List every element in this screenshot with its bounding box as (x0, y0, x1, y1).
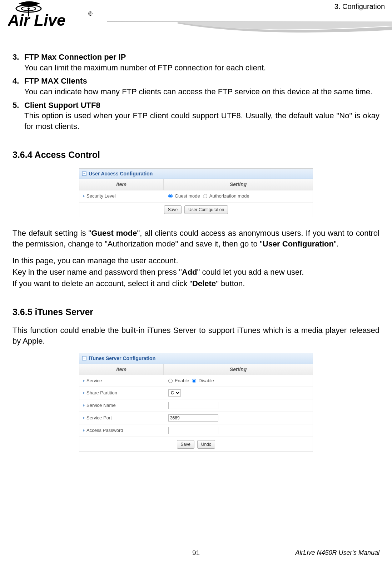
list-item-4: 4. FTP MAX Clients You can indicate how … (13, 76, 379, 97)
user-configuration-button[interactable]: User Configuration (184, 205, 228, 214)
page-footer: 91 AirLive N450R User's Manual (0, 549, 392, 557)
authorization-mode-label: Authorization mode (209, 193, 249, 199)
list-title: FTP MAX Clients (24, 76, 379, 86)
user-access-config-panel: – User Access Configuration Item Setting… (79, 168, 313, 218)
row-access-password: Access Password (79, 424, 313, 437)
triangle-icon (83, 195, 85, 198)
row-service: Service Enable Disable (79, 375, 313, 387)
page-number: 91 (192, 549, 200, 557)
triangle-icon (83, 417, 85, 419)
row-service-port: Service Port (79, 412, 313, 424)
access-control-line-3: If you want to delete an account, select… (13, 278, 379, 289)
page-content: 3. FTP Max Connection per IP You can lim… (0, 39, 392, 452)
panel-title: iTunes Server Configuration (89, 355, 155, 362)
panel-button-row: Save Undo (79, 437, 313, 452)
row-label: Share Partition (86, 390, 117, 396)
triangle-icon (83, 429, 85, 432)
collapse-icon: – (82, 356, 86, 360)
triangle-icon (83, 392, 85, 394)
access-control-line-2: Key in the user name and password then p… (13, 267, 379, 278)
undo-button[interactable]: Undo (197, 440, 215, 449)
triangle-icon (83, 379, 85, 382)
authorization-mode-radio[interactable] (203, 194, 207, 198)
service-port-input[interactable] (168, 414, 218, 422)
service-name-input[interactable] (168, 402, 218, 409)
header-swoosh (178, 22, 392, 38)
heading-365: 3.6.5 iTunes Server (13, 306, 379, 318)
guest-mode-radio[interactable] (168, 194, 173, 198)
row-label: Access Password (86, 427, 123, 434)
share-partition-select[interactable]: C (168, 389, 181, 397)
itunes-intro: This function could enable the built-in … (13, 325, 379, 346)
access-password-input[interactable] (168, 427, 218, 434)
list-number: 3. (13, 52, 24, 73)
list-item-3: 3. FTP Max Connection per IP You can lim… (13, 52, 379, 73)
list-description: You can indicate how many FTP clients ca… (24, 86, 379, 97)
col-item: Item (79, 364, 164, 375)
col-item: Item (79, 179, 164, 190)
manual-title: AirLive N450R User's Manual (295, 549, 379, 557)
list-title: Client Support UTF8 (24, 100, 379, 111)
section-label: 3. Configuration (334, 3, 385, 11)
list-number: 4. (13, 76, 24, 97)
page-header: 3. Configuration Air Live ® (0, 0, 392, 39)
row-service-name: Service Name (79, 399, 313, 412)
col-setting: Setting (164, 179, 313, 190)
svg-text:®: ® (88, 11, 93, 17)
list-item-5: 5. Client Support UTF8 This option is us… (13, 100, 379, 132)
row-label: Service Name (86, 402, 116, 409)
triangle-icon (83, 404, 85, 407)
row-security-level: Security Level Guest mode Authorization … (79, 190, 313, 202)
access-control-paragraph-1: The default setting is "Guest mode", all… (13, 228, 379, 249)
heading-364: 3.6.4 Access Control (13, 149, 379, 161)
row-label: Service Port (86, 415, 112, 421)
collapse-icon: – (82, 171, 86, 176)
list-number: 5. (13, 100, 24, 132)
panel-button-row: Save User Configuration (79, 202, 313, 217)
access-control-line-1: In this page, you can manage the user ac… (13, 255, 379, 266)
list-description: You can limit the maximum number of FTP … (24, 63, 379, 73)
list-description: This option is used when your FTP client… (24, 110, 379, 131)
guest-mode-label: Guest mode (175, 193, 200, 199)
panel-column-headers: Item Setting (79, 364, 313, 375)
save-button[interactable]: Save (177, 440, 194, 449)
disable-label: Disable (198, 378, 214, 384)
save-button[interactable]: Save (164, 205, 182, 214)
panel-header: – iTunes Server Configuration (79, 353, 313, 364)
col-setting: Setting (164, 364, 313, 375)
panel-header: – User Access Configuration (79, 169, 313, 179)
panel-title: User Access Configuration (89, 170, 153, 177)
row-label: Security Level (86, 193, 116, 199)
svg-point-3 (28, 8, 30, 10)
disable-radio[interactable] (192, 379, 196, 383)
svg-text:Air Live: Air Live (8, 11, 65, 29)
row-share-partition: Share Partition C (79, 387, 313, 399)
itunes-config-panel: – iTunes Server Configuration Item Setti… (79, 353, 313, 452)
panel-column-headers: Item Setting (79, 179, 313, 190)
airlive-logo: Air Live ® (8, 1, 111, 29)
enable-radio[interactable] (168, 379, 173, 383)
row-label: Service (86, 378, 102, 384)
list-title: FTP Max Connection per IP (24, 52, 379, 63)
enable-label: Enable (175, 378, 189, 384)
